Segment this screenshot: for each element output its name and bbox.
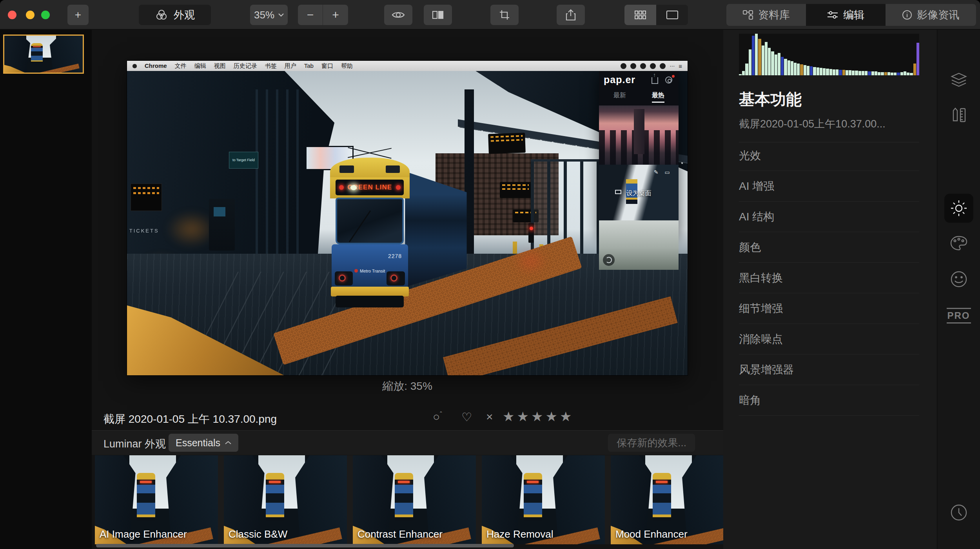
tool-item[interactable]: 颜色 — [739, 232, 919, 263]
preset-label: Mood Enhancer — [615, 528, 688, 540]
chevron-up-icon — [225, 441, 231, 445]
menubar-item[interactable]: 文件 — [175, 62, 187, 70]
paper-photo-sky[interactable] — [599, 220, 679, 270]
save-look-button[interactable]: 保存新的效果... — [608, 434, 695, 452]
preset-label: Contrast Enhancer — [358, 528, 443, 540]
layers-button[interactable] — [950, 72, 967, 89]
zoom-level-dropdown[interactable]: 35% — [250, 5, 288, 25]
single-view-button[interactable] — [656, 5, 688, 25]
tool-item[interactable]: AI 结构 — [739, 202, 919, 232]
creative-tools-button[interactable] — [950, 236, 967, 252]
star-icon[interactable]: ★ — [531, 409, 543, 424]
tab-edit-label: 编辑 — [843, 8, 864, 22]
looks-collection-dropdown[interactable]: Essentials — [169, 434, 238, 452]
file-row: 截屏 2020-01-05 上午 10.37.00.png ○ˆ ♡ × ★★★… — [92, 407, 723, 430]
preset-label: AI Image Enhancer — [100, 528, 187, 540]
departure-board-2 — [500, 182, 531, 198]
star-icon[interactable]: ★ — [545, 409, 557, 424]
zoom-level-value: 35% — [254, 9, 274, 21]
star-icon[interactable]: ★ — [560, 409, 572, 424]
star-icon[interactable]: ★ — [503, 409, 514, 424]
chevron-down-icon — [278, 13, 284, 17]
crop-button[interactable] — [490, 5, 519, 25]
tab-info[interactable]: 影像资讯 — [886, 4, 976, 26]
menubar-item[interactable]: 窗口 — [321, 62, 333, 70]
pro-tools-button[interactable]: PRO — [946, 308, 971, 324]
right-rail: PRO ●●● — [937, 30, 980, 549]
compare-button[interactable] — [424, 5, 452, 25]
preset-thumbnail[interactable]: Mood Enhancer — [611, 455, 723, 544]
histogram[interactable] — [739, 34, 919, 75]
portrait-tools-button[interactable] — [950, 271, 967, 289]
destination-sign: GREEN LINE — [336, 180, 404, 195]
paper-photo-train[interactable]: 设为桌面 ✎ ▭ — [599, 165, 679, 220]
canvas-tools-button[interactable] — [950, 107, 967, 125]
share-button[interactable] — [557, 5, 585, 25]
zoom-in-button[interactable]: + — [323, 5, 348, 25]
tool-item[interactable]: AI 增强 — [739, 171, 919, 202]
traffic-minimize-button[interactable] — [26, 11, 34, 19]
menubar-item[interactable]: 用户 — [285, 62, 296, 70]
share-icon — [566, 9, 576, 21]
preset-thumbnail[interactable]: Haze Removal — [482, 455, 605, 544]
tab-library[interactable]: 资料库 — [726, 4, 806, 26]
tram-front: GREEN LINE 2278 Metro Transit — [330, 158, 410, 308]
star-rating: ★★★★★ — [503, 409, 574, 424]
workspace-tabs: 资料库 编辑 影像资讯 — [726, 4, 976, 26]
tool-item[interactable]: 消除噪点 — [739, 324, 919, 354]
tab-library-label: 资料库 — [758, 8, 790, 22]
menubar-item[interactable]: 书签 — [265, 62, 277, 70]
gear-icon[interactable] — [665, 76, 672, 84]
image-canvas[interactable]: Chrome文件编辑视图历史记录书签用户Tab窗口帮助 ⋯≡ TICKETS t… — [127, 61, 688, 375]
tool-item[interactable]: 细节增强 — [739, 293, 919, 324]
set-wallpaper-label[interactable]: 设为桌面 — [599, 189, 679, 198]
star-icon[interactable]: ★ — [517, 409, 528, 424]
tool-item[interactable]: 黑白转换 — [739, 263, 919, 293]
zoom-out-button[interactable]: − — [298, 5, 323, 25]
menubar-item[interactable]: 编辑 — [194, 62, 206, 70]
thumbnail-image — [4, 36, 83, 73]
flag-circle-button[interactable]: ○ˆ — [433, 410, 442, 424]
preset-thumbnail[interactable]: Classic B&W — [224, 455, 347, 544]
crop-icon — [499, 9, 510, 20]
preview-button[interactable] — [384, 5, 412, 25]
top-toolbar: + 外观 35% − + — [0, 0, 980, 29]
traffic-zoom-button[interactable] — [41, 11, 50, 19]
reject-button[interactable]: × — [486, 410, 493, 424]
tool-item[interactable]: 光效 — [739, 140, 919, 171]
tool-item[interactable]: 风景增强器 — [739, 354, 919, 385]
menubar-item[interactable]: 帮助 — [341, 62, 353, 70]
filmstrip-sidebar — [0, 30, 92, 549]
menubar-item[interactable]: Tab — [304, 62, 314, 70]
upload-icon[interactable] — [652, 77, 658, 84]
preset-thumbnail[interactable]: Contrast Enhancer — [353, 455, 476, 544]
traffic-close-button[interactable] — [8, 11, 16, 19]
refresh-icon[interactable] — [603, 254, 615, 266]
gallery-view-button[interactable] — [624, 5, 656, 25]
paper-tab-hot[interactable]: 最热 — [652, 91, 664, 103]
looks-bar-label: Luminar 外观： — [103, 437, 176, 451]
tool-item[interactable]: 暗角 — [739, 385, 919, 416]
history-button[interactable] — [950, 504, 968, 523]
library-icon — [742, 10, 753, 20]
menubar-item[interactable]: Chrome — [145, 62, 167, 70]
panel-title: 基本功能 — [739, 89, 802, 110]
paper-app-window[interactable]: pap.er 最新 最热 设为桌面 ✎ ▭ — [599, 71, 679, 235]
paper-tab-latest[interactable]: 最新 — [613, 91, 626, 100]
smiley-icon — [950, 271, 967, 288]
train-photo: TICKETS to Target Field — [127, 71, 688, 375]
paper-logo: pap.er — [604, 74, 635, 85]
tab-edit[interactable]: 编辑 — [806, 4, 886, 26]
preset-thumbnail[interactable]: AI Image Enhancer — [95, 455, 218, 544]
paper-photo-city[interactable] — [599, 105, 679, 165]
horizontal-scrollbar[interactable] — [96, 544, 514, 547]
menubar-item[interactable]: 视图 — [214, 62, 226, 70]
menubar-item[interactable]: 历史记录 — [234, 62, 257, 70]
looks-toggle-button[interactable]: 外观 — [139, 5, 211, 25]
add-image-button[interactable]: + — [67, 5, 89, 25]
looks-toggle-label: 外观 — [174, 8, 195, 22]
palette-icon — [950, 236, 967, 251]
essentials-tools-button[interactable] — [944, 194, 973, 223]
sidebar-thumbnail-selected[interactable] — [3, 35, 84, 74]
favorite-heart-button[interactable]: ♡ — [461, 410, 472, 424]
